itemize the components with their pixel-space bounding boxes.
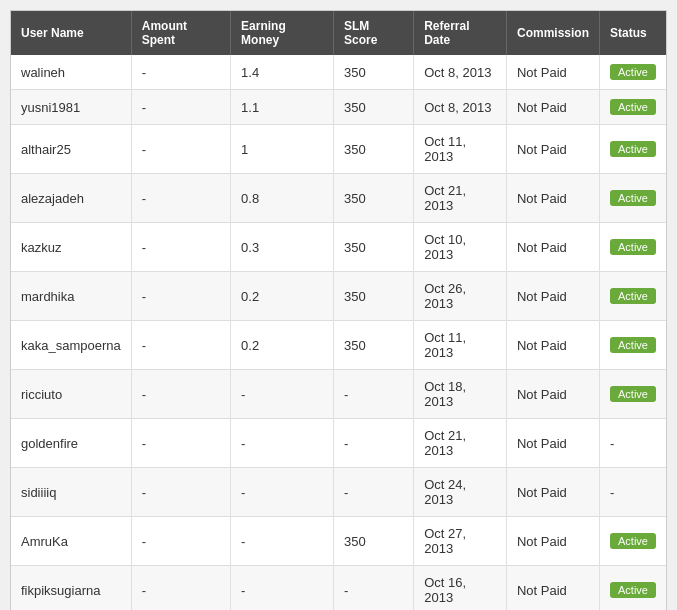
table-row: kazkuz-0.3350Oct 10, 2013Not PaidActive xyxy=(11,223,666,272)
cell-commission: Not Paid xyxy=(506,174,599,223)
cell-amount_spent: - xyxy=(131,174,230,223)
cell-status: Active xyxy=(600,125,667,174)
cell-amount_spent: - xyxy=(131,125,230,174)
table-row: fikpiksugiarna---Oct 16, 2013Not PaidAct… xyxy=(11,566,666,611)
cell-slm_score: 350 xyxy=(334,272,414,321)
cell-amount_spent: - xyxy=(131,468,230,517)
cell-amount_spent: - xyxy=(131,566,230,611)
cell-status: Active xyxy=(600,566,667,611)
cell-slm_score: - xyxy=(334,370,414,419)
cell-username: alezajadeh xyxy=(11,174,131,223)
cell-username: goldenfire xyxy=(11,419,131,468)
col-header-commission: Commission xyxy=(506,11,599,55)
status-badge: Active xyxy=(610,386,656,402)
cell-amount_spent: - xyxy=(131,55,230,90)
cell-slm_score: 350 xyxy=(334,321,414,370)
cell-status: - xyxy=(600,468,667,517)
cell-slm_score: 350 xyxy=(334,517,414,566)
cell-commission: Not Paid xyxy=(506,517,599,566)
cell-amount_spent: - xyxy=(131,370,230,419)
table-row: kaka_sampoerna-0.2350Oct 11, 2013Not Pai… xyxy=(11,321,666,370)
col-header-amount_spent: Amount Spent xyxy=(131,11,230,55)
status-badge: Active xyxy=(610,64,656,80)
cell-referral_date: Oct 21, 2013 xyxy=(414,419,507,468)
cell-amount_spent: - xyxy=(131,517,230,566)
cell-slm_score: - xyxy=(334,419,414,468)
cell-amount_spent: - xyxy=(131,419,230,468)
table-row: ricciuto---Oct 18, 2013Not PaidActive xyxy=(11,370,666,419)
cell-earning_money: 0.2 xyxy=(231,272,334,321)
cell-earning_money: - xyxy=(231,370,334,419)
status-badge: Active xyxy=(610,337,656,353)
cell-commission: Not Paid xyxy=(506,468,599,517)
cell-commission: Not Paid xyxy=(506,566,599,611)
cell-referral_date: Oct 16, 2013 xyxy=(414,566,507,611)
cell-username: yusni1981 xyxy=(11,90,131,125)
col-header-slm_score: SLM Score xyxy=(334,11,414,55)
cell-status: Active xyxy=(600,370,667,419)
status-badge: Active xyxy=(610,141,656,157)
cell-username: fikpiksugiarna xyxy=(11,566,131,611)
cell-status: Active xyxy=(600,272,667,321)
status-badge: Active xyxy=(610,99,656,115)
cell-amount_spent: - xyxy=(131,321,230,370)
table-row: alezajadeh-0.8350Oct 21, 2013Not PaidAct… xyxy=(11,174,666,223)
cell-username: kazkuz xyxy=(11,223,131,272)
cell-earning_money: - xyxy=(231,517,334,566)
col-header-referral_date: Referral Date xyxy=(414,11,507,55)
cell-status: Active xyxy=(600,223,667,272)
cell-slm_score: 350 xyxy=(334,125,414,174)
cell-status: Active xyxy=(600,90,667,125)
cell-referral_date: Oct 10, 2013 xyxy=(414,223,507,272)
table-row: mardhika-0.2350Oct 26, 2013Not PaidActiv… xyxy=(11,272,666,321)
cell-referral_date: Oct 18, 2013 xyxy=(414,370,507,419)
table-row: walineh-1.4350Oct 8, 2013Not PaidActive xyxy=(11,55,666,90)
status-badge: Active xyxy=(610,582,656,598)
cell-referral_date: Oct 11, 2013 xyxy=(414,125,507,174)
table-row: goldenfire---Oct 21, 2013Not Paid- xyxy=(11,419,666,468)
cell-slm_score: 350 xyxy=(334,223,414,272)
cell-username: AmruKa xyxy=(11,517,131,566)
cell-slm_score: 350 xyxy=(334,55,414,90)
cell-username: sidiiiiq xyxy=(11,468,131,517)
cell-referral_date: Oct 8, 2013 xyxy=(414,55,507,90)
cell-earning_money: 0.3 xyxy=(231,223,334,272)
cell-username: mardhika xyxy=(11,272,131,321)
cell-username: walineh xyxy=(11,55,131,90)
col-header-username: User Name xyxy=(11,11,131,55)
cell-commission: Not Paid xyxy=(506,321,599,370)
cell-status: - xyxy=(600,419,667,468)
cell-referral_date: Oct 21, 2013 xyxy=(414,174,507,223)
cell-slm_score: - xyxy=(334,566,414,611)
col-header-earning_money: Earning Money xyxy=(231,11,334,55)
cell-username: kaka_sampoerna xyxy=(11,321,131,370)
cell-earning_money: 0.2 xyxy=(231,321,334,370)
cell-earning_money: - xyxy=(231,566,334,611)
cell-referral_date: Oct 26, 2013 xyxy=(414,272,507,321)
cell-amount_spent: - xyxy=(131,90,230,125)
cell-earning_money: - xyxy=(231,419,334,468)
cell-slm_score: 350 xyxy=(334,174,414,223)
cell-amount_spent: - xyxy=(131,272,230,321)
cell-commission: Not Paid xyxy=(506,370,599,419)
cell-referral_date: Oct 8, 2013 xyxy=(414,90,507,125)
cell-referral_date: Oct 24, 2013 xyxy=(414,468,507,517)
status-badge: Active xyxy=(610,239,656,255)
cell-commission: Not Paid xyxy=(506,272,599,321)
col-header-status: Status xyxy=(600,11,667,55)
cell-slm_score: 350 xyxy=(334,90,414,125)
status-badge: Active xyxy=(610,190,656,206)
cell-referral_date: Oct 11, 2013 xyxy=(414,321,507,370)
cell-username: althair25 xyxy=(11,125,131,174)
cell-amount_spent: - xyxy=(131,223,230,272)
table-row: sidiiiiq---Oct 24, 2013Not Paid- xyxy=(11,468,666,517)
status-badge: Active xyxy=(610,288,656,304)
cell-slm_score: - xyxy=(334,468,414,517)
cell-status: Active xyxy=(600,55,667,90)
cell-username: ricciuto xyxy=(11,370,131,419)
table-row: althair25-1350Oct 11, 2013Not PaidActive xyxy=(11,125,666,174)
table-row: AmruKa--350Oct 27, 2013Not PaidActive xyxy=(11,517,666,566)
cell-earning_money: 1.4 xyxy=(231,55,334,90)
cell-referral_date: Oct 27, 2013 xyxy=(414,517,507,566)
cell-commission: Not Paid xyxy=(506,223,599,272)
